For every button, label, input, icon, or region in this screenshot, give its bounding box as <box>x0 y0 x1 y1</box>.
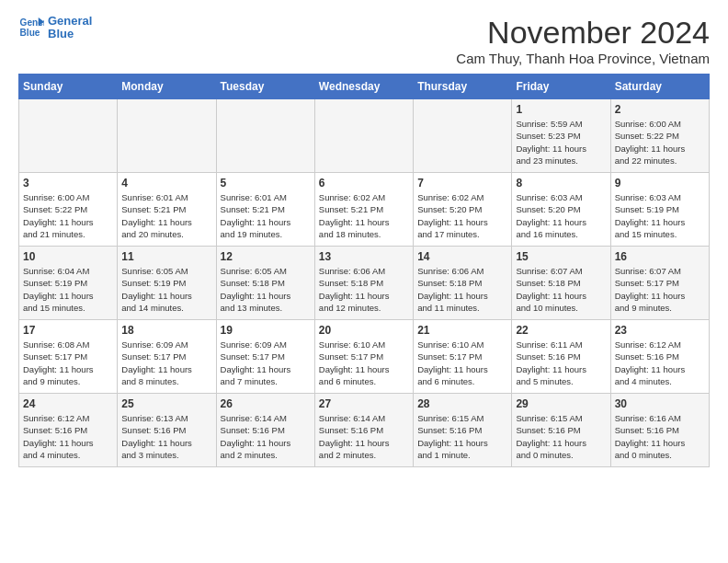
day-info: Sunrise: 6:01 AM Sunset: 5:21 PM Dayligh… <box>221 191 311 240</box>
day-number: 17 <box>23 324 113 337</box>
day-number: 11 <box>121 250 211 263</box>
day-info: Sunrise: 6:15 AM Sunset: 5:16 PM Dayligh… <box>516 412 606 461</box>
day-info: Sunrise: 6:11 AM Sunset: 5:16 PM Dayligh… <box>516 339 606 387</box>
day-info: Sunrise: 6:05 AM Sunset: 5:19 PM Dayligh… <box>121 265 211 314</box>
weekday-header-tuesday: Tuesday <box>216 75 314 99</box>
day-info: Sunrise: 6:14 AM Sunset: 5:16 PM Dayligh… <box>319 412 409 461</box>
calendar-cell-1-4 <box>314 99 413 173</box>
calendar-cell-4-3: 19Sunrise: 6:09 AM Sunset: 5:17 PM Dayli… <box>216 320 314 394</box>
day-number: 27 <box>319 397 409 410</box>
calendar-table: SundayMondayTuesdayWednesdayThursdayFrid… <box>18 74 710 467</box>
header: General Blue General Blue November 2024 … <box>18 15 710 66</box>
calendar-cell-2-3: 5Sunrise: 6:01 AM Sunset: 5:21 PM Daylig… <box>216 173 314 247</box>
day-info: Sunrise: 6:02 AM Sunset: 5:21 PM Dayligh… <box>319 191 409 240</box>
day-info: Sunrise: 6:10 AM Sunset: 5:17 PM Dayligh… <box>319 339 409 387</box>
weekday-header-saturday: Saturday <box>610 75 709 99</box>
day-info: Sunrise: 6:12 AM Sunset: 5:16 PM Dayligh… <box>23 412 113 461</box>
calendar-cell-2-1: 3Sunrise: 6:00 AM Sunset: 5:22 PM Daylig… <box>19 173 118 247</box>
day-info: Sunrise: 6:06 AM Sunset: 5:18 PM Dayligh… <box>319 265 409 314</box>
calendar-cell-2-7: 9Sunrise: 6:03 AM Sunset: 5:19 PM Daylig… <box>610 173 709 247</box>
calendar-cell-4-2: 18Sunrise: 6:09 AM Sunset: 5:17 PM Dayli… <box>118 320 216 394</box>
day-info: Sunrise: 6:14 AM Sunset: 5:16 PM Dayligh… <box>221 412 311 461</box>
day-info: Sunrise: 6:09 AM Sunset: 5:17 PM Dayligh… <box>121 339 211 387</box>
calendar-cell-5-5: 28Sunrise: 6:15 AM Sunset: 5:16 PM Dayli… <box>414 394 512 467</box>
weekday-header-wednesday: Wednesday <box>314 75 413 99</box>
calendar-cell-4-6: 22Sunrise: 6:11 AM Sunset: 5:16 PM Dayli… <box>512 320 610 394</box>
day-number: 12 <box>221 250 311 263</box>
day-info: Sunrise: 6:10 AM Sunset: 5:17 PM Dayligh… <box>417 339 507 387</box>
day-number: 24 <box>23 397 113 410</box>
day-number: 9 <box>615 177 705 190</box>
logo-icon: General Blue <box>18 15 44 40</box>
day-info: Sunrise: 6:15 AM Sunset: 5:16 PM Dayligh… <box>417 412 507 461</box>
calendar-cell-5-2: 25Sunrise: 6:13 AM Sunset: 5:16 PM Dayli… <box>118 394 216 467</box>
day-number: 28 <box>417 397 507 410</box>
day-info: Sunrise: 6:03 AM Sunset: 5:19 PM Dayligh… <box>615 191 705 240</box>
day-number: 23 <box>615 324 705 337</box>
calendar-cell-3-2: 11Sunrise: 6:05 AM Sunset: 5:19 PM Dayli… <box>118 247 216 320</box>
calendar-cell-1-7: 2Sunrise: 6:00 AM Sunset: 5:22 PM Daylig… <box>610 99 709 173</box>
week-row-5: 24Sunrise: 6:12 AM Sunset: 5:16 PM Dayli… <box>19 394 710 467</box>
calendar-cell-4-7: 23Sunrise: 6:12 AM Sunset: 5:16 PM Dayli… <box>610 320 709 394</box>
day-info: Sunrise: 6:04 AM Sunset: 5:19 PM Dayligh… <box>23 265 113 314</box>
calendar-cell-3-6: 15Sunrise: 6:07 AM Sunset: 5:18 PM Dayli… <box>512 247 610 320</box>
day-info: Sunrise: 5:59 AM Sunset: 5:23 PM Dayligh… <box>516 118 606 167</box>
day-info: Sunrise: 6:07 AM Sunset: 5:17 PM Dayligh… <box>615 265 705 314</box>
day-info: Sunrise: 6:06 AM Sunset: 5:18 PM Dayligh… <box>417 265 507 314</box>
day-number: 3 <box>23 177 113 190</box>
calendar-cell-2-5: 7Sunrise: 6:02 AM Sunset: 5:20 PM Daylig… <box>414 173 512 247</box>
calendar-cell-1-5 <box>414 99 512 173</box>
calendar-cell-1-2 <box>118 99 216 173</box>
weekday-header-monday: Monday <box>118 75 216 99</box>
calendar-cell-1-3 <box>216 99 314 173</box>
calendar-cell-2-2: 4Sunrise: 6:01 AM Sunset: 5:21 PM Daylig… <box>118 173 216 247</box>
day-info: Sunrise: 6:00 AM Sunset: 5:22 PM Dayligh… <box>23 191 113 240</box>
day-number: 16 <box>615 250 705 263</box>
day-number: 4 <box>121 177 211 190</box>
day-info: Sunrise: 6:09 AM Sunset: 5:17 PM Dayligh… <box>221 339 311 387</box>
day-number: 1 <box>516 103 606 116</box>
day-number: 8 <box>516 177 606 190</box>
svg-text:Blue: Blue <box>20 29 40 39</box>
calendar-cell-4-5: 21Sunrise: 6:10 AM Sunset: 5:17 PM Dayli… <box>414 320 512 394</box>
logo-text-general: General <box>48 15 92 28</box>
day-number: 25 <box>121 397 211 410</box>
calendar-cell-5-6: 29Sunrise: 6:15 AM Sunset: 5:16 PM Dayli… <box>512 394 610 467</box>
day-info: Sunrise: 6:01 AM Sunset: 5:21 PM Dayligh… <box>121 191 211 240</box>
day-info: Sunrise: 6:16 AM Sunset: 5:16 PM Dayligh… <box>615 412 705 461</box>
month-title: November 2024 <box>456 15 710 51</box>
day-number: 29 <box>516 397 606 410</box>
weekday-header-friday: Friday <box>512 75 610 99</box>
logo: General Blue General Blue <box>18 15 92 41</box>
day-number: 7 <box>417 177 507 190</box>
calendar-cell-3-7: 16Sunrise: 6:07 AM Sunset: 5:17 PM Dayli… <box>610 247 709 320</box>
day-number: 26 <box>221 397 311 410</box>
weekday-header-sunday: Sunday <box>19 75 118 99</box>
calendar-cell-3-3: 12Sunrise: 6:05 AM Sunset: 5:18 PM Dayli… <box>216 247 314 320</box>
calendar-cell-1-6: 1Sunrise: 5:59 AM Sunset: 5:23 PM Daylig… <box>512 99 610 173</box>
week-row-4: 17Sunrise: 6:08 AM Sunset: 5:17 PM Dayli… <box>19 320 710 394</box>
day-info: Sunrise: 6:05 AM Sunset: 5:18 PM Dayligh… <box>221 265 311 314</box>
day-info: Sunrise: 6:13 AM Sunset: 5:16 PM Dayligh… <box>121 412 211 461</box>
calendar-cell-3-1: 10Sunrise: 6:04 AM Sunset: 5:19 PM Dayli… <box>19 247 118 320</box>
logo-text-blue: Blue <box>48 28 92 40</box>
day-number: 30 <box>615 397 705 410</box>
weekday-header-thursday: Thursday <box>414 75 512 99</box>
calendar-cell-3-5: 14Sunrise: 6:06 AM Sunset: 5:18 PM Dayli… <box>414 247 512 320</box>
week-row-3: 10Sunrise: 6:04 AM Sunset: 5:19 PM Dayli… <box>19 247 710 320</box>
day-number: 5 <box>221 177 311 190</box>
title-section: November 2024 Cam Thuy, Thanh Hoa Provin… <box>456 15 710 66</box>
day-info: Sunrise: 6:00 AM Sunset: 5:22 PM Dayligh… <box>615 118 705 167</box>
day-number: 10 <box>23 250 113 263</box>
week-row-1: 1Sunrise: 5:59 AM Sunset: 5:23 PM Daylig… <box>19 99 710 173</box>
day-number: 15 <box>516 250 606 263</box>
day-info: Sunrise: 6:02 AM Sunset: 5:20 PM Dayligh… <box>417 191 507 240</box>
day-info: Sunrise: 6:03 AM Sunset: 5:20 PM Dayligh… <box>516 191 606 240</box>
day-number: 2 <box>615 103 705 116</box>
calendar-cell-4-1: 17Sunrise: 6:08 AM Sunset: 5:17 PM Dayli… <box>19 320 118 394</box>
day-number: 18 <box>121 324 211 337</box>
calendar-cell-2-6: 8Sunrise: 6:03 AM Sunset: 5:20 PM Daylig… <box>512 173 610 247</box>
day-number: 20 <box>319 324 409 337</box>
calendar-cell-5-7: 30Sunrise: 6:16 AM Sunset: 5:16 PM Dayli… <box>610 394 709 467</box>
calendar-cell-1-1 <box>19 99 118 173</box>
